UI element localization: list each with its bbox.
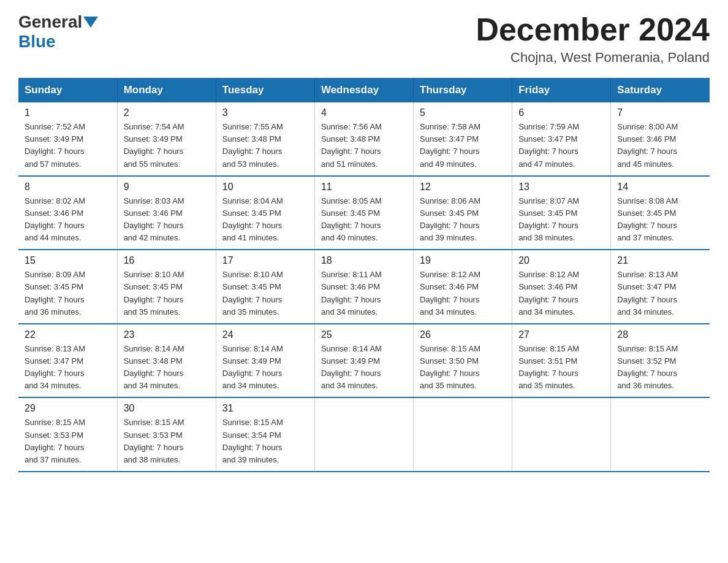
calendar-cell: 4Sunrise: 7:56 AM Sunset: 3:48 PM Daylig…: [314, 102, 413, 176]
day-info: Sunrise: 8:15 AM Sunset: 3:53 PM Dayligh…: [124, 416, 210, 466]
day-number: 4: [321, 107, 407, 118]
day-number: 21: [617, 255, 703, 266]
day-number: 30: [124, 403, 210, 414]
header-thursday: Thursday: [414, 78, 512, 102]
location-subtitle: Chojna, West Pomerania, Poland: [476, 50, 710, 66]
calendar-cell: 15Sunrise: 8:09 AM Sunset: 3:45 PM Dayli…: [18, 250, 117, 324]
header-monday: Monday: [117, 78, 216, 102]
day-info: Sunrise: 8:12 AM Sunset: 3:46 PM Dayligh…: [518, 269, 604, 318]
day-number: 2: [124, 107, 210, 118]
day-info: Sunrise: 8:07 AM Sunset: 3:45 PM Dayligh…: [518, 195, 604, 245]
calendar-cell: [314, 397, 413, 472]
day-info: Sunrise: 8:09 AM Sunset: 3:45 PM Dayligh…: [25, 269, 111, 318]
calendar-cell: 19Sunrise: 8:12 AM Sunset: 3:46 PM Dayli…: [414, 250, 512, 324]
calendar-cell: 6Sunrise: 7:59 AM Sunset: 3:47 PM Daylig…: [512, 102, 611, 176]
calendar-cell: [611, 397, 710, 472]
day-number: 8: [25, 182, 111, 193]
calendar-cell: 16Sunrise: 8:10 AM Sunset: 3:45 PM Dayli…: [117, 250, 216, 324]
day-info: Sunrise: 8:15 AM Sunset: 3:51 PM Dayligh…: [518, 343, 604, 393]
day-info: Sunrise: 7:52 AM Sunset: 3:49 PM Dayligh…: [25, 121, 111, 170]
day-info: Sunrise: 8:13 AM Sunset: 3:47 PM Dayligh…: [617, 269, 703, 318]
calendar-cell: 24Sunrise: 8:14 AM Sunset: 3:49 PM Dayli…: [216, 324, 314, 398]
calendar-cell: 5Sunrise: 7:58 AM Sunset: 3:47 PM Daylig…: [414, 102, 512, 176]
day-info: Sunrise: 8:14 AM Sunset: 3:49 PM Dayligh…: [222, 343, 308, 393]
calendar-cell: 10Sunrise: 8:04 AM Sunset: 3:45 PM Dayli…: [216, 176, 314, 250]
calendar-cell: 14Sunrise: 8:08 AM Sunset: 3:45 PM Dayli…: [611, 176, 710, 250]
day-info: Sunrise: 8:11 AM Sunset: 3:46 PM Dayligh…: [321, 269, 407, 318]
calendar-cell: 23Sunrise: 8:14 AM Sunset: 3:48 PM Dayli…: [117, 324, 216, 398]
day-number: 5: [420, 107, 506, 118]
day-number: 13: [518, 182, 604, 193]
day-number: 24: [222, 329, 308, 340]
day-info: Sunrise: 8:10 AM Sunset: 3:45 PM Dayligh…: [222, 269, 308, 318]
calendar-cell: 27Sunrise: 8:15 AM Sunset: 3:51 PM Dayli…: [512, 324, 611, 398]
day-info: Sunrise: 8:08 AM Sunset: 3:45 PM Dayligh…: [617, 195, 703, 245]
day-number: 18: [321, 255, 407, 266]
day-info: Sunrise: 8:14 AM Sunset: 3:49 PM Dayligh…: [321, 343, 407, 393]
day-info: Sunrise: 8:14 AM Sunset: 3:48 PM Dayligh…: [124, 343, 210, 393]
day-info: Sunrise: 8:12 AM Sunset: 3:46 PM Dayligh…: [420, 269, 506, 318]
day-number: 9: [124, 182, 210, 193]
calendar-cell: [512, 397, 611, 472]
header-friday: Friday: [512, 78, 611, 102]
day-info: Sunrise: 8:13 AM Sunset: 3:47 PM Dayligh…: [25, 343, 111, 393]
calendar-cell: 22Sunrise: 8:13 AM Sunset: 3:47 PM Dayli…: [18, 324, 117, 398]
day-number: 29: [25, 403, 111, 414]
day-info: Sunrise: 7:58 AM Sunset: 3:47 PM Dayligh…: [420, 121, 506, 170]
header-saturday: Saturday: [611, 78, 710, 102]
day-info: Sunrise: 7:59 AM Sunset: 3:47 PM Dayligh…: [518, 121, 604, 170]
calendar-cell: 9Sunrise: 8:03 AM Sunset: 3:46 PM Daylig…: [117, 176, 216, 250]
month-title: December 2024: [476, 12, 710, 47]
calendar-cell: 18Sunrise: 8:11 AM Sunset: 3:46 PM Dayli…: [314, 250, 413, 324]
day-number: 22: [25, 329, 111, 340]
calendar-cell: 30Sunrise: 8:15 AM Sunset: 3:53 PM Dayli…: [117, 397, 216, 472]
calendar-cell: 25Sunrise: 8:14 AM Sunset: 3:49 PM Dayli…: [314, 324, 413, 398]
day-info: Sunrise: 8:04 AM Sunset: 3:45 PM Dayligh…: [222, 195, 308, 245]
day-number: 12: [420, 182, 506, 193]
calendar-cell: 1Sunrise: 7:52 AM Sunset: 3:49 PM Daylig…: [18, 102, 117, 176]
calendar-cell: [414, 397, 512, 472]
day-info: Sunrise: 8:05 AM Sunset: 3:45 PM Dayligh…: [321, 195, 407, 245]
day-number: 28: [617, 329, 703, 340]
calendar-week-3: 15Sunrise: 8:09 AM Sunset: 3:45 PM Dayli…: [18, 250, 710, 324]
calendar-cell: 31Sunrise: 8:15 AM Sunset: 3:54 PM Dayli…: [216, 397, 314, 472]
day-info: Sunrise: 8:15 AM Sunset: 3:52 PM Dayligh…: [617, 343, 703, 393]
calendar-cell: 11Sunrise: 8:05 AM Sunset: 3:45 PM Dayli…: [314, 176, 413, 250]
day-number: 3: [222, 107, 308, 118]
logo-general-text: General: [18, 12, 82, 32]
header-sunday: Sunday: [18, 78, 117, 102]
day-info: Sunrise: 7:55 AM Sunset: 3:48 PM Dayligh…: [222, 121, 308, 170]
calendar-week-2: 8Sunrise: 8:02 AM Sunset: 3:46 PM Daylig…: [18, 176, 710, 250]
calendar-cell: 20Sunrise: 8:12 AM Sunset: 3:46 PM Dayli…: [512, 250, 611, 324]
day-number: 31: [222, 403, 308, 414]
day-info: Sunrise: 8:00 AM Sunset: 3:46 PM Dayligh…: [617, 121, 703, 170]
logo-blue-text: Blue: [18, 32, 56, 52]
calendar-cell: 7Sunrise: 8:00 AM Sunset: 3:46 PM Daylig…: [611, 102, 710, 176]
day-info: Sunrise: 7:54 AM Sunset: 3:49 PM Dayligh…: [124, 121, 210, 170]
day-number: 23: [124, 329, 210, 340]
day-number: 14: [617, 182, 703, 193]
day-info: Sunrise: 7:56 AM Sunset: 3:48 PM Dayligh…: [321, 121, 407, 170]
title-section: December 2024 Chojna, West Pomerania, Po…: [476, 12, 710, 66]
calendar-header-row: SundayMondayTuesdayWednesdayThursdayFrid…: [18, 78, 710, 102]
calendar-week-4: 22Sunrise: 8:13 AM Sunset: 3:47 PM Dayli…: [18, 324, 710, 398]
day-number: 27: [518, 329, 604, 340]
day-info: Sunrise: 8:15 AM Sunset: 3:50 PM Dayligh…: [420, 343, 506, 393]
calendar-week-5: 29Sunrise: 8:15 AM Sunset: 3:53 PM Dayli…: [18, 397, 710, 472]
calendar-cell: 13Sunrise: 8:07 AM Sunset: 3:45 PM Dayli…: [512, 176, 611, 250]
calendar-cell: 21Sunrise: 8:13 AM Sunset: 3:47 PM Dayli…: [611, 250, 710, 324]
day-number: 15: [25, 255, 111, 266]
calendar-table: SundayMondayTuesdayWednesdayThursdayFrid…: [18, 78, 710, 472]
day-number: 26: [420, 329, 506, 340]
calendar-cell: 28Sunrise: 8:15 AM Sunset: 3:52 PM Dayli…: [611, 324, 710, 398]
calendar-cell: 12Sunrise: 8:06 AM Sunset: 3:45 PM Dayli…: [414, 176, 512, 250]
day-number: 6: [518, 107, 604, 118]
calendar-week-1: 1Sunrise: 7:52 AM Sunset: 3:49 PM Daylig…: [18, 102, 710, 176]
day-info: Sunrise: 8:06 AM Sunset: 3:45 PM Dayligh…: [420, 195, 506, 245]
day-number: 17: [222, 255, 308, 266]
logo-arrow-icon: [83, 17, 98, 28]
day-number: 25: [321, 329, 407, 340]
calendar-cell: 3Sunrise: 7:55 AM Sunset: 3:48 PM Daylig…: [216, 102, 314, 176]
day-number: 16: [124, 255, 210, 266]
calendar-cell: 2Sunrise: 7:54 AM Sunset: 3:49 PM Daylig…: [117, 102, 216, 176]
